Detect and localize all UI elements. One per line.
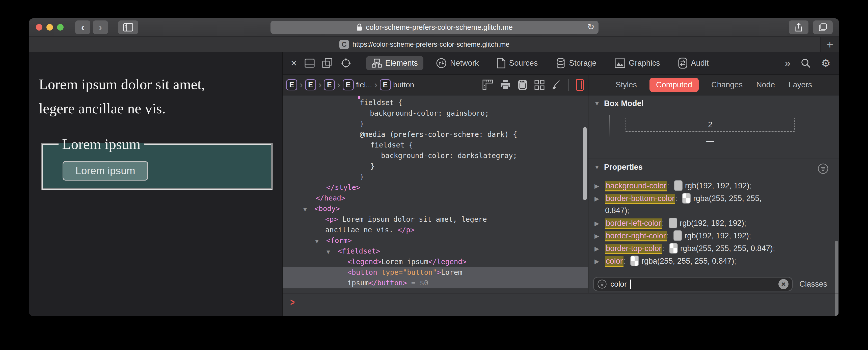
dock-side-button[interactable] (322, 58, 333, 68)
collapse-triangle-icon[interactable]: ▼ (594, 100, 600, 107)
minimize-window-button[interactable] (46, 24, 53, 31)
color-swatch[interactable] (674, 230, 682, 241)
tab-graphics[interactable]: Graphics (609, 56, 665, 70)
property-row[interactable]: ▶border-right-color: rgb(192, 192, 192); (588, 230, 839, 242)
property-row[interactable]: ▶border-left-color: rgb(192, 192, 192); (588, 217, 839, 229)
code-line[interactable]: ▼<fieldset> (283, 246, 588, 257)
code-line[interactable]: background-color: darkslategray; (283, 150, 588, 161)
force-appearance-icon[interactable] (576, 79, 584, 91)
code-line[interactable]: fieldset { (283, 97, 588, 108)
back-icon: ‹ (81, 22, 84, 33)
property-row[interactable]: ▶border-top-color: rgba(255, 255, 255, 0… (588, 242, 839, 255)
tab-changes[interactable]: Changes (710, 78, 744, 92)
code-line[interactable]: ancillae ne vis. </p> (283, 225, 588, 235)
more-tabs-button[interactable]: » (785, 58, 790, 69)
dom-tree-view[interactable]: fieldset {background-color: gainsboro;}@… (283, 95, 588, 293)
reload-button[interactable]: ↻ (587, 22, 595, 32)
code-line[interactable]: background-color: gainsboro; (283, 108, 588, 119)
ruler-icon[interactable] (483, 80, 493, 90)
toolbar-divider (568, 79, 569, 91)
properties-filter-icon[interactable] (817, 163, 829, 174)
tab-network[interactable]: Network (431, 55, 485, 71)
code-line[interactable]: } (283, 119, 588, 129)
property-row[interactable]: ▶border-bottom-color: rgba(255, 255, 255… (588, 193, 839, 217)
tab-storage[interactable]: Storage (550, 55, 602, 71)
disclosure-triangle-icon[interactable]: ▼ (315, 236, 319, 246)
code-line[interactable]: @media (prefers-color-scheme: dark) { (283, 129, 588, 140)
share-button[interactable] (789, 21, 808, 34)
tab-layers[interactable]: Layers (787, 78, 813, 92)
inspector-tabs: Elements Network Sources (366, 55, 721, 71)
breadcrumb-node[interactable]: E (305, 79, 316, 90)
classes-button[interactable]: Classes (799, 280, 827, 289)
browser-tab[interactable]: C https://color-scheme-prefers-color-sch… (29, 37, 820, 52)
share-icon (795, 23, 802, 32)
tab-audit[interactable]: Audit (673, 55, 714, 71)
box-model-dash: — (610, 136, 811, 145)
expand-triangle-icon[interactable]: ▶ (594, 243, 599, 255)
code-line[interactable]: <p> Lorem ipsum dolor sit amet, legere (283, 214, 588, 225)
zoom-window-button[interactable] (57, 24, 64, 31)
tab-styles[interactable]: Styles (615, 78, 638, 92)
element-picker-button[interactable] (340, 58, 351, 69)
expand-triangle-icon[interactable]: ▶ (594, 255, 599, 267)
lorem-ipsum-button[interactable]: Lorem ipsum (63, 161, 148, 180)
tab-elements[interactable]: Elements (366, 56, 424, 70)
code-line[interactable]: ▼<form> (283, 235, 588, 246)
code-line[interactable]: </head> (283, 193, 588, 204)
print-icon[interactable] (500, 80, 511, 90)
back-button[interactable]: ‹ (75, 21, 90, 34)
paintbrush-icon[interactable] (552, 79, 561, 90)
grid-icon[interactable] (534, 80, 545, 90)
collapse-triangle-icon[interactable]: ▼ (594, 164, 600, 171)
code-line[interactable]: } (283, 161, 588, 172)
section-title: Properties (604, 163, 643, 172)
tab-sources[interactable]: Sources (491, 55, 543, 71)
code-line[interactable]: } (283, 172, 588, 182)
color-swatch[interactable] (669, 218, 677, 228)
code-line[interactable]: <button type="button">Lorem (283, 267, 588, 278)
disclosure-triangle-icon[interactable]: ▼ (303, 204, 307, 215)
expand-triangle-icon[interactable]: ▶ (594, 230, 599, 242)
settings-button[interactable]: ⚙ (821, 57, 831, 69)
code-line[interactable]: <legend>Lorem ipsum</legend> (283, 257, 588, 267)
window-frame-icon[interactable] (518, 79, 527, 90)
color-swatch[interactable] (669, 243, 678, 254)
expand-triangle-icon[interactable]: ▶ (594, 217, 599, 230)
forward-button[interactable]: › (93, 21, 108, 34)
color-swatch[interactable] (674, 180, 683, 191)
code-line[interactable]: </style> (283, 182, 588, 193)
filter-text: color (610, 280, 627, 288)
console-prompt-area[interactable]: > (283, 293, 839, 316)
breadcrumb-node[interactable]: E (380, 79, 391, 90)
expand-triangle-icon[interactable]: ▶ (594, 193, 599, 205)
property-row[interactable]: ▶color: rgba(255, 255, 255, 0.847); (588, 255, 839, 267)
code-line[interactable]: fieldset { (283, 140, 588, 150)
breadcrumb-node[interactable]: E (286, 79, 297, 90)
color-swatch[interactable] (682, 193, 691, 204)
tab-overview-button[interactable] (813, 21, 833, 34)
close-inspector-button[interactable]: × (291, 57, 297, 69)
new-tab-button[interactable]: + (820, 37, 839, 52)
address-bar[interactable]: color-scheme-prefers-color-scheme.glitch… (271, 21, 598, 34)
filter-icon (597, 279, 607, 289)
breadcrumb-label[interactable]: fiel... (356, 81, 372, 89)
clear-filter-button[interactable]: × (778, 279, 788, 289)
code-line[interactable]: ipsum</button> = $0 (283, 278, 588, 288)
disclosure-triangle-icon[interactable]: ▼ (327, 246, 330, 257)
sidebar-button[interactable] (118, 21, 138, 34)
breadcrumb-label[interactable]: button (393, 81, 414, 89)
color-swatch[interactable] (630, 256, 639, 266)
box-model-diagram[interactable]: 2 — (609, 115, 811, 151)
breadcrumb-node[interactable]: E (343, 79, 354, 90)
computed-filter-input[interactable]: color × (593, 277, 793, 291)
breadcrumb-node[interactable]: E (324, 79, 335, 90)
property-row[interactable]: ▶background-color: rgb(192, 192, 192); (588, 180, 839, 192)
tab-node[interactable]: Node (755, 78, 776, 92)
search-button[interactable] (800, 58, 811, 68)
expand-triangle-icon[interactable]: ▶ (594, 180, 599, 192)
close-window-button[interactable] (36, 24, 42, 31)
code-line[interactable]: ▼<body> (283, 204, 588, 214)
tab-computed[interactable]: Computed (650, 78, 699, 92)
dock-bottom-button[interactable] (305, 59, 315, 68)
